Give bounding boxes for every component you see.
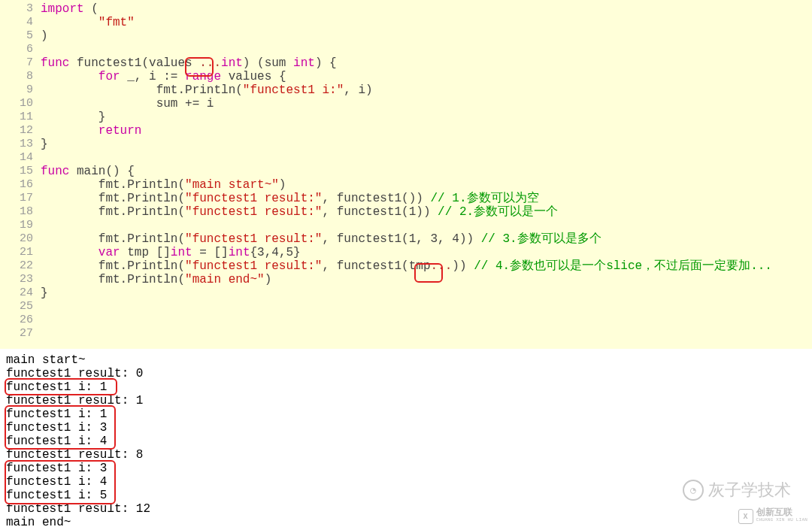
code-line: 6 bbox=[0, 43, 812, 56]
code-line: 19 bbox=[0, 219, 812, 232]
code-line: 24} bbox=[0, 286, 812, 300]
output-line: main start~ bbox=[6, 353, 812, 367]
code-content: } bbox=[41, 138, 48, 151]
code-line: 23 fmt.Println("main end~") bbox=[0, 273, 812, 286]
output-line: functest1 result: 1 bbox=[6, 394, 812, 407]
line-number: 24 bbox=[0, 286, 41, 300]
wechat-watermark-text: 灰子学技术 bbox=[708, 479, 791, 501]
code-line: 21 var tmp []int = []int{3,4,5} bbox=[0, 246, 812, 259]
code-line: 8 for _, i := range values { bbox=[0, 70, 812, 83]
line-number: 5 bbox=[0, 29, 41, 43]
line-number: 26 bbox=[0, 313, 41, 327]
code-content: fmt.Println("functest1 result:", functes… bbox=[41, 205, 558, 219]
line-number: 10 bbox=[0, 97, 41, 111]
output-line: functest1 i: 3 bbox=[6, 462, 812, 475]
code-line: 16 fmt.Println("main start~") bbox=[0, 178, 812, 192]
line-number: 20 bbox=[0, 232, 41, 246]
line-number: 9 bbox=[0, 83, 41, 97]
code-content: } bbox=[41, 286, 48, 300]
code-content: fmt.Println("functest1 result:", functes… bbox=[41, 192, 539, 205]
code-content: func main() { bbox=[41, 165, 135, 178]
code-editor-pane: 3import (4 "fmt"5)67func functest1(value… bbox=[0, 0, 812, 349]
line-number: 12 bbox=[0, 124, 41, 138]
code-line: 27 bbox=[0, 327, 812, 341]
code-content: fmt.Println("main end~") bbox=[41, 273, 271, 286]
line-number: 15 bbox=[0, 165, 41, 178]
site-watermark-main: 创新互联 bbox=[756, 509, 807, 516]
output-line: functest1 i: 1 bbox=[6, 380, 812, 394]
code-line: 22 fmt.Println("functest1 result:", func… bbox=[0, 259, 812, 273]
code-content: fmt.Println("main start~") bbox=[41, 178, 286, 192]
code-content: var tmp []int = []int{3,4,5} bbox=[41, 246, 301, 259]
code-line: 25 bbox=[0, 300, 812, 313]
line-number: 27 bbox=[0, 327, 41, 341]
line-number: 19 bbox=[0, 219, 41, 232]
output-line: functest1 result: 8 bbox=[6, 448, 812, 462]
site-watermark: X 创新互联 CHUANG XIN HU LIAN bbox=[738, 509, 807, 524]
code-content: import ( bbox=[41, 2, 98, 16]
code-line: 11 } bbox=[0, 111, 812, 124]
code-line: 4 "fmt" bbox=[0, 16, 812, 29]
line-number: 16 bbox=[0, 178, 41, 192]
line-number: 21 bbox=[0, 246, 41, 259]
line-number: 8 bbox=[0, 70, 41, 83]
line-number: 4 bbox=[0, 16, 41, 29]
code-line: 13} bbox=[0, 138, 812, 151]
code-line: 14 bbox=[0, 151, 812, 165]
output-line: functest1 i: 3 bbox=[6, 421, 812, 435]
output-line: functest1 i: 4 bbox=[6, 435, 812, 448]
code-line: 17 fmt.Println("functest1 result:", func… bbox=[0, 192, 812, 205]
code-content: "fmt" bbox=[41, 16, 135, 29]
code-line: 20 fmt.Println("functest1 result:", func… bbox=[0, 232, 812, 246]
wechat-watermark: ◔ 灰子学技术 bbox=[683, 479, 791, 501]
output-line: functest1 result: 0 bbox=[6, 367, 812, 380]
code-content: for _, i := range values { bbox=[41, 70, 286, 83]
site-logo-icon: X bbox=[738, 509, 753, 524]
line-number: 6 bbox=[0, 43, 41, 56]
line-number: 11 bbox=[0, 111, 41, 124]
code-content: fmt.Println("functest1 i:", i) bbox=[41, 83, 373, 97]
code-line: 26 bbox=[0, 313, 812, 327]
code-line: 5) bbox=[0, 29, 812, 43]
code-line: 12 return bbox=[0, 124, 812, 138]
code-line: 7func functest1(values ...int) (sum int)… bbox=[0, 56, 812, 70]
code-content: fmt.Println("functest1 result:", functes… bbox=[41, 259, 772, 273]
code-line: 3import ( bbox=[0, 2, 812, 16]
code-content: ) bbox=[41, 29, 48, 43]
output-line: functest1 result: 12 bbox=[6, 502, 812, 516]
line-number: 18 bbox=[0, 205, 41, 219]
line-number: 17 bbox=[0, 192, 41, 205]
code-line: 10 sum += i bbox=[0, 97, 812, 111]
output-line: main end~ bbox=[6, 516, 812, 527]
code-line: 15func main() { bbox=[0, 165, 812, 178]
line-number: 23 bbox=[0, 273, 41, 286]
code-line: 9 fmt.Println("functest1 i:", i) bbox=[0, 83, 812, 97]
line-number: 7 bbox=[0, 56, 41, 70]
line-number: 14 bbox=[0, 151, 41, 165]
code-line: 18 fmt.Println("functest1 result:", func… bbox=[0, 205, 812, 219]
code-content: func functest1(values ...int) (sum int) … bbox=[41, 56, 337, 70]
output-line: functest1 i: 1 bbox=[6, 407, 812, 421]
line-number: 22 bbox=[0, 259, 41, 273]
line-number: 25 bbox=[0, 300, 41, 313]
wechat-icon: ◔ bbox=[683, 480, 704, 501]
code-content: return bbox=[41, 124, 141, 138]
line-number: 3 bbox=[0, 2, 41, 16]
line-number: 13 bbox=[0, 138, 41, 151]
code-content: } bbox=[41, 111, 105, 124]
code-content: sum += i bbox=[41, 97, 214, 111]
site-watermark-sub: CHUANG XIN HU LIAN bbox=[756, 516, 807, 524]
code-content: fmt.Println("functest1 result:", functes… bbox=[41, 232, 601, 246]
